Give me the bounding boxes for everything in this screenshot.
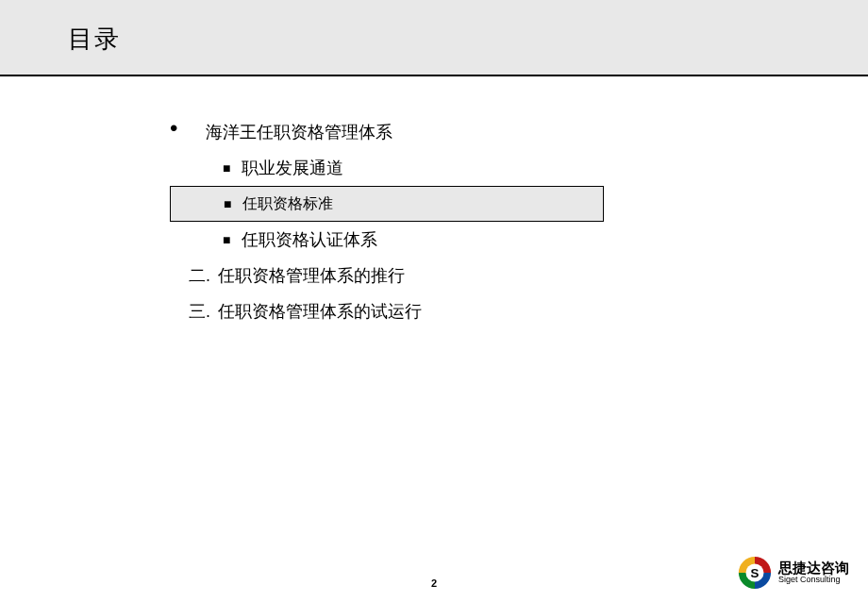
toc-item-1-label: 海洋王任职资格管理体系 <box>206 121 392 143</box>
logo-en-text: Siget Consulting <box>778 576 849 585</box>
bullet-disc-icon: • <box>170 117 177 140</box>
toc-sub-2-label: 任职资格标准 <box>242 194 333 214</box>
bullet-square-icon: ■ <box>224 196 231 211</box>
logo-text: 思捷达咨询 Siget Consulting <box>778 560 849 585</box>
slide-header: 目录 <box>0 0 868 76</box>
toc-sub-1-label: 职业发展通道 <box>242 157 343 179</box>
toc-item-2-label: 任职资格管理体系的推行 <box>218 264 405 287</box>
toc-item-3-num: 三. <box>189 300 210 323</box>
toc-sub-1: ■ 职业发展通道 <box>170 150 868 186</box>
svg-text:S: S <box>751 566 760 580</box>
bullet-square-icon: ■ <box>223 160 230 176</box>
toc-sub-3: ■ 任职资格认证体系 <box>170 222 868 258</box>
logo-cn-text: 思捷达咨询 <box>778 560 849 577</box>
toc-item-3: 三. 任职资格管理体系的试运行 <box>170 293 868 329</box>
logo-icon: S <box>737 555 773 591</box>
toc-sub-3-label: 任职资格认证体系 <box>242 228 377 251</box>
toc-sub-2-highlight: ■ 任职资格标准 <box>170 186 604 222</box>
toc-item-2-num: 二. <box>189 264 210 287</box>
brand-logo: S 思捷达咨询 Siget Consulting <box>737 555 849 591</box>
toc-item-1: • 海洋王任职资格管理体系 <box>170 114 868 150</box>
bullet-square-icon: ■ <box>223 232 230 247</box>
toc-content: • 海洋王任职资格管理体系 ■ 职业发展通道 ■ 任职资格标准 ■ 任职资格认证… <box>0 76 868 329</box>
page-number: 2 <box>431 577 437 589</box>
toc-item-3-label: 任职资格管理体系的试运行 <box>218 300 422 323</box>
toc-item-2: 二. 任职资格管理体系的推行 <box>170 258 868 293</box>
page-title: 目录 <box>68 23 868 56</box>
